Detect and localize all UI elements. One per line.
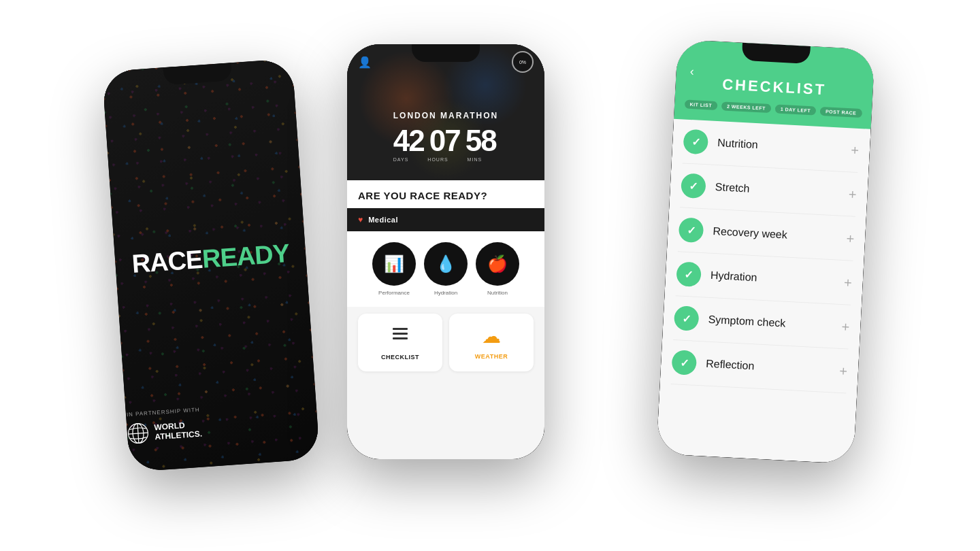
phone-left: RACEREADY IN PARTNERSHIP WITH	[102, 59, 320, 472]
performance-icon: 📊	[384, 254, 404, 273]
bottom-cards: CHECKLIST ☁ WEATHER	[347, 307, 544, 378]
svg-rect-5	[393, 333, 408, 335]
expand-nutrition[interactable]: +	[851, 142, 860, 158]
hydration-icon: 💧	[436, 254, 456, 273]
expand-reflection[interactable]: +	[839, 363, 848, 379]
marathon-header: 👤 0% LONDON MARATHON 42 07 58	[347, 44, 544, 180]
marathon-title: LONDON MARATHON	[393, 111, 498, 120]
performance-label: Performance	[378, 290, 410, 296]
notch-center	[412, 44, 480, 62]
tab-2-weeks[interactable]: 2 WEEKS LEFT	[721, 101, 772, 113]
countdown-hours: 07	[429, 126, 460, 156]
wa-text: WORLDATHLETICS.	[154, 419, 203, 442]
checklist-card-icon	[391, 324, 410, 348]
checklist-card-label: CHECKLIST	[381, 354, 419, 361]
checklist-items: ✓ Nutrition + ✓ Stretch + ✓	[656, 119, 870, 465]
medical-label: Medical	[368, 216, 398, 224]
stretch-item-label: Stretch	[715, 181, 839, 200]
checklist-card[interactable]: CHECKLIST	[358, 314, 442, 371]
category-icons: 📊 Performance 💧 Hydration 🍎 Nutrition	[347, 231, 544, 307]
tab-kit-list[interactable]: KIT LIST	[684, 99, 717, 110]
wa-globe-icon	[127, 422, 150, 445]
checklist-title: CHECKLIST	[722, 76, 827, 99]
countdown-mins: 58	[466, 126, 496, 156]
scene: RACEREADY IN PARTNERSHIP WITH	[82, 10, 898, 541]
nutrition-icon: 🍎	[487, 254, 508, 273]
symptom-item-label: Symptom check	[708, 314, 832, 333]
weather-card-label: WEATHER	[475, 353, 508, 360]
phone-center: 👤 0% LONDON MARATHON 42 07 58	[347, 44, 544, 459]
weather-icon: ☁	[482, 325, 501, 348]
category-nutrition[interactable]: 🍎 Nutrition	[476, 242, 519, 296]
expand-symptom[interactable]: +	[841, 319, 850, 335]
hydration-item-label: Hydration	[710, 269, 835, 288]
tab-post-race[interactable]: POST RACE	[820, 107, 862, 118]
category-hydration[interactable]: 💧 Hydration	[424, 242, 468, 296]
countdown-display: 42 07 58	[393, 126, 498, 156]
phone-right: ‹ CHECKLIST KIT LIST 2 WEEKS LEFT 1 DAY …	[656, 39, 875, 464]
nutrition-item-label: Nutrition	[717, 137, 842, 156]
expand-recovery[interactable]: +	[846, 231, 855, 247]
svg-rect-6	[393, 337, 408, 339]
back-arrow[interactable]: ‹	[689, 65, 694, 79]
label-days: DAYS	[393, 157, 409, 162]
countdown-days: 42	[393, 126, 424, 156]
race-ready-question: ARE YOU RACE READY?	[347, 180, 544, 208]
medical-bar[interactable]: ♥ Medical	[347, 208, 544, 231]
check-hydration: ✓	[676, 261, 702, 287]
label-mins: MINS	[468, 157, 483, 162]
label-hours: HOURS	[427, 157, 448, 162]
check-reflection: ✓	[671, 350, 697, 375]
expand-stretch[interactable]: +	[848, 186, 857, 203]
reflection-item-label: Reflection	[706, 358, 830, 377]
checklist-tabs: KIT LIST 2 WEEKS LEFT 1 DAY LEFT POST RA…	[684, 99, 862, 118]
category-performance[interactable]: 📊 Performance	[372, 242, 416, 296]
logo-race: RACE	[131, 244, 203, 278]
check-nutrition: ✓	[683, 129, 708, 154]
logo-ready: READY	[201, 238, 291, 273]
svg-rect-4	[393, 328, 408, 330]
check-recovery: ✓	[679, 217, 704, 243]
nutrition-label: Nutrition	[487, 290, 508, 296]
check-stretch: ✓	[681, 173, 706, 199]
recovery-item-label: Recovery week	[713, 225, 837, 244]
expand-hydration[interactable]: +	[844, 275, 853, 291]
item-reflection[interactable]: ✓ Reflection +	[671, 340, 849, 393]
heart-icon: ♥	[358, 215, 363, 224]
weather-card[interactable]: ☁ WEATHER	[449, 314, 534, 371]
race-ready-logo: RACEREADY	[131, 238, 290, 278]
hydration-label: Hydration	[434, 290, 457, 296]
tab-1-day[interactable]: 1 DAY LEFT	[775, 104, 817, 115]
marathon-body: ARE YOU RACE READY? ♥ Medical 📊 Performa…	[347, 180, 544, 459]
check-symptom: ✓	[674, 305, 700, 331]
